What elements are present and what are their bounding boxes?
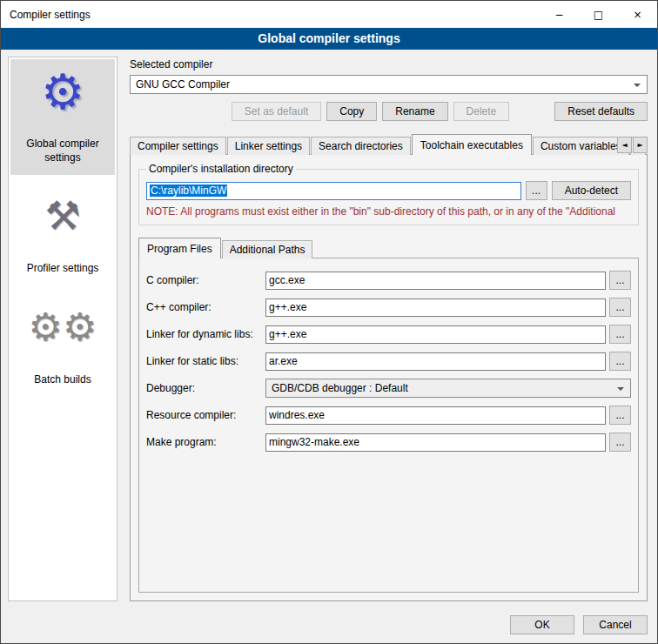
make-program-row: Make program: ...	[146, 433, 631, 452]
selected-compiler-label: Selected compiler	[130, 58, 648, 70]
cancel-button[interactable]: Cancel	[583, 615, 648, 634]
resource-compiler-input[interactable]	[265, 406, 606, 425]
c-compiler-row: C compiler: ...	[146, 271, 631, 290]
program-files-page: C compiler: ... C++ compiler: ... Linker…	[138, 258, 639, 593]
resource-compiler-row: Resource compiler: ...	[146, 406, 631, 425]
dynamic-linker-browse-button[interactable]: ...	[609, 325, 631, 344]
tab-toolchain-executables[interactable]: Toolchain executables	[412, 134, 532, 155]
rename-button[interactable]: Rename	[382, 102, 447, 121]
sidebar-item-batch-builds[interactable]: ⚙ ⚙ Batch builds	[10, 295, 115, 398]
tab-scroll-right-icon[interactable]: ►	[633, 137, 648, 153]
cpp-compiler-input[interactable]	[265, 299, 606, 317]
dynamic-linker-input[interactable]	[265, 325, 606, 344]
installation-directory-input[interactable]: C:\raylib\MinGW	[146, 182, 521, 200]
compiler-actions: Set as default Copy Rename Delete Reset …	[130, 102, 648, 121]
compiler-settings-window: Compiler settings − □ × Global compiler …	[0, 0, 658, 644]
installation-directory-row: C:\raylib\MinGW ... Auto-detect	[146, 181, 631, 200]
installation-directory-group: Compiler's installation directory C:\ray…	[138, 163, 639, 225]
main-panel: Selected compiler GNU GCC Compiler Set a…	[130, 57, 648, 601]
sidebar: ⚙ Global compiler settings ⚒ Profiler se…	[8, 57, 118, 601]
bin-subdirectory-note: NOTE: All programs must exist either in …	[146, 205, 631, 218]
window-title: Compiler settings	[1, 9, 540, 21]
auto-detect-button[interactable]: Auto-detect	[552, 181, 631, 200]
gear-blue-icon: ⚙	[41, 66, 84, 117]
browse-directory-button[interactable]: ...	[526, 181, 547, 200]
debugger-value: GDB/CDB debugger : Default	[272, 382, 408, 394]
profiler-tool-icon: ⚒	[44, 191, 80, 241]
delete-button: Delete	[453, 102, 510, 121]
chevron-down-icon	[634, 84, 641, 87]
copy-button[interactable]: Copy	[326, 102, 377, 121]
page-title: Global compiler settings	[1, 28, 657, 50]
installation-directory-legend: Compiler's installation directory	[146, 163, 296, 175]
set-as-default-button: Set as default	[232, 102, 321, 121]
cpp-compiler-row: C++ compiler: ...	[146, 298, 631, 317]
static-linker-browse-button[interactable]: ...	[609, 352, 631, 371]
cpp-compiler-browse-button[interactable]: ...	[609, 298, 631, 317]
gears-gray-icon: ⚙ ⚙	[29, 302, 97, 352]
chevron-down-icon	[617, 387, 624, 391]
program-files-tabs: Program Files Additional Paths	[138, 237, 639, 258]
sidebar-item-label: Profiler settings	[27, 262, 99, 276]
selected-compiler-dropdown[interactable]: GNU GCC Compiler	[130, 75, 648, 94]
close-icon[interactable]: ×	[618, 1, 657, 28]
tab-additional-paths[interactable]: Additional Paths	[222, 240, 313, 258]
sidebar-item-label: Batch builds	[34, 373, 91, 387]
dynamic-linker-label: Linker for dynamic libs:	[146, 328, 265, 340]
tab-custom-variables[interactable]: Custom variables	[533, 137, 629, 155]
c-compiler-browse-button[interactable]: ...	[609, 271, 631, 290]
ok-button[interactable]: OK	[510, 615, 574, 634]
cpp-compiler-label: C++ compiler:	[146, 301, 265, 313]
resource-compiler-browse-button[interactable]: ...	[609, 406, 631, 425]
reset-defaults-button[interactable]: Reset defaults	[554, 102, 648, 121]
tab-scroll-buttons: ◄ ►	[617, 137, 648, 153]
debugger-dropdown[interactable]: GDB/CDB debugger : Default	[265, 379, 631, 398]
make-program-input[interactable]	[265, 433, 606, 452]
resource-compiler-label: Resource compiler:	[146, 409, 265, 421]
c-compiler-label: C compiler:	[146, 274, 265, 286]
settings-tabs: Compiler settings Linker settings Search…	[130, 133, 648, 154]
sidebar-item-profiler-settings[interactable]: ⚒ Profiler settings	[10, 184, 115, 286]
titlebar: Compiler settings − □ ×	[1, 1, 657, 28]
sidebar-item-label: Global compiler settings	[12, 138, 113, 164]
maximize-icon[interactable]: □	[579, 1, 618, 28]
dialog-footer: OK Cancel	[1, 607, 657, 643]
make-program-browse-button[interactable]: ...	[609, 433, 631, 452]
debugger-label: Debugger:	[146, 382, 265, 394]
selected-text: C:\raylib\MinGW	[150, 184, 227, 197]
c-compiler-input[interactable]	[265, 272, 606, 290]
tab-compiler-settings[interactable]: Compiler settings	[130, 137, 226, 155]
tab-linker-settings[interactable]: Linker settings	[227, 137, 310, 155]
dialog-body: ⚙ Global compiler settings ⚒ Profiler se…	[1, 50, 657, 607]
toolchain-executables-page: Compiler's installation directory C:\ray…	[130, 154, 648, 601]
selected-compiler-value: GNU GCC Compiler	[136, 78, 230, 91]
static-linker-label: Linker for static libs:	[146, 355, 265, 367]
static-linker-input[interactable]	[265, 352, 606, 371]
tab-search-directories[interactable]: Search directories	[311, 137, 411, 155]
minimize-icon[interactable]: −	[540, 1, 579, 28]
tab-program-files[interactable]: Program Files	[138, 238, 221, 258]
static-linker-row: Linker for static libs: ...	[146, 352, 631, 371]
sidebar-item-global-compiler-settings[interactable]: ⚙ Global compiler settings	[10, 59, 115, 175]
make-program-label: Make program:	[146, 436, 265, 448]
debugger-row: Debugger: GDB/CDB debugger : Default	[146, 379, 631, 398]
dynamic-linker-row: Linker for dynamic libs: ...	[146, 325, 631, 344]
tab-scroll-left-icon[interactable]: ◄	[617, 137, 632, 153]
